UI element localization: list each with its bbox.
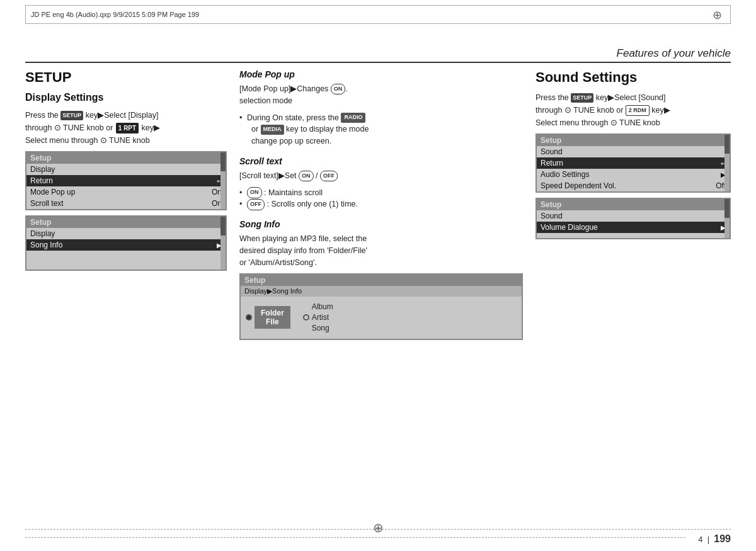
mode-popup-title: Mode Pop up (239, 69, 523, 79)
folder-file-box: FolderFile (255, 306, 290, 329)
sound-return-label: Return (541, 159, 563, 168)
scroll-text-bullets: ON : Maintains scroll OFF : Scrolls only… (239, 187, 523, 211)
scroll-on-bullet: ON : Maintains scroll (239, 187, 523, 199)
page-title: Features of your vehicle (604, 47, 731, 63)
volume-dialogue-label: Volume Dialogue (541, 223, 598, 232)
bottom-crosshair: ⊕ (373, 520, 384, 535)
speed-dep-label: Speed Dependent Vol. (541, 181, 616, 190)
song-info-subheader: Display▶Song Info (241, 286, 522, 297)
sound-screen2-row-volume: Volume Dialogue ▶ (537, 222, 730, 233)
on-badge3: ON (247, 187, 262, 198)
right-column: Sound Settings Press the SETUP key▶Selec… (536, 69, 731, 513)
display-settings-title: Display Settings (25, 92, 227, 103)
on-badge1: ON (331, 84, 346, 95)
sound-screen1-row-sound: Sound (537, 146, 730, 157)
screen1-row-modepopup: Mode Pop up On (26, 186, 226, 198)
off-badge2: OFF (247, 199, 265, 210)
song-info-title: Song Info (239, 219, 523, 229)
sound-screen2-row-sound: Sound (537, 210, 730, 222)
display-screen1: Setup Display Return ↩ Mode Pop up On Sc… (25, 151, 227, 210)
scroll-text-title: Scroll text (239, 156, 523, 166)
sound-screen1-row-speed: Speed Dependent Vol. Off (537, 180, 730, 191)
screen1-return-label: Return (30, 176, 53, 185)
screen2-row-songinfo: Song Info ▶ (26, 239, 226, 251)
screen2-spacer (26, 251, 226, 270)
radio-empty-icon (303, 314, 309, 321)
crosshair-icon (713, 8, 725, 21)
scroll-text-section: Scroll text [Scroll text]▶Set ON / OFF O… (239, 156, 523, 210)
content-area: SETUP Display Settings Press the SETUP k… (25, 69, 731, 513)
sound-scrollbar-thumb1 (724, 135, 730, 154)
sound-screen2: Setup Sound Volume Dialogue ▶ (536, 198, 731, 239)
page-main-num: 199 (714, 533, 731, 544)
sound-scrollbar-thumb2 (724, 199, 730, 218)
song-info-screen-header: Setup (241, 275, 522, 286)
meta-text: JD PE eng 4b (Audio).qxp 9/9/2015 5:09 P… (31, 11, 706, 18)
mode-popup-bullets: During On state, press the RADIO or MEDI… (239, 112, 523, 147)
screen2-header: Setup (26, 217, 226, 228)
screen1-row-display: Display (26, 164, 226, 175)
screen1-display-label: Display (30, 165, 55, 174)
page-section-num: 4 (698, 535, 702, 544)
mode-popup-label: Mode Pop up (30, 188, 75, 196)
media-badge: MEDIA (261, 125, 284, 135)
song-info-body-area: FolderFile AlbumArtistSong (241, 297, 522, 338)
display-settings-body: Press the SETUP key▶Select [Display] thr… (25, 110, 227, 146)
sound-screen2-scrollbar (724, 199, 730, 238)
on-badge2: ON (299, 171, 314, 182)
title-divider (25, 62, 731, 63)
sound-label: Sound (541, 147, 563, 156)
page-section: 4 | 199 (698, 533, 731, 545)
left-column: SETUP Display Settings Press the SETUP k… (25, 69, 227, 513)
scroll-off-bullet: OFF : Scrolls only one (1) time. (239, 198, 523, 210)
setup-badge: SETUP (60, 111, 83, 121)
sound-screen1-header: Setup (537, 135, 730, 146)
mode-popup-bullet1: During On state, press the RADIO or MEDI… (239, 112, 523, 147)
screen2-display-label: Display (30, 229, 55, 238)
screen1-scrollbar (220, 152, 226, 209)
screen2-songinfo-label: Song Info (30, 241, 62, 249)
scroll-text-body: [Scroll text]▶Set ON / OFF (239, 170, 523, 182)
mode-popup-body: [Mode Pop up]▶Changes ON. selection mode (239, 83, 523, 107)
song-info-body: When playing an MP3 file, select the des… (239, 233, 523, 268)
sound-label2: Sound (541, 212, 563, 220)
screen1-header: Setup (26, 152, 226, 164)
scrollbar-thumb2 (220, 217, 226, 236)
folder-file-option: FolderFile (246, 306, 290, 329)
screen1-row-return: Return ↩ (26, 175, 226, 186)
sound-settings-body: Press the SETUP key▶Select [Sound] throu… (536, 92, 731, 128)
sound-screen2-spacer (537, 233, 730, 238)
sound-screen1-row-return: Return ↩ (537, 157, 730, 169)
sound-screen2-header: Setup (537, 199, 730, 210)
scrollbar-thumb (220, 152, 226, 171)
screen2-row-display: Display (26, 228, 226, 239)
sound-settings-title: Sound Settings (536, 69, 731, 86)
album-option: AlbumArtistSong (303, 302, 333, 333)
middle-column: Mode Pop up [Mode Pop up]▶Changes ON. se… (227, 69, 536, 513)
off-badge: OFF (320, 171, 338, 182)
mode-popup-section: Mode Pop up [Mode Pop up]▶Changes ON. se… (239, 69, 523, 147)
sound-screen1: Setup Sound Return ↩ Audio Settings ▶ Sp… (536, 133, 731, 193)
screen1-row-scrolltext: Scroll text On (26, 198, 226, 209)
radio-filled-icon (246, 314, 252, 321)
sound-screen1-row-audio: Audio Settings ▶ (537, 169, 730, 180)
setup-title: SETUP (25, 69, 227, 86)
album-artist-song-text: AlbumArtistSong (312, 302, 333, 333)
key2-badge: 2 RDM (626, 105, 650, 116)
display-screen2: Setup Display Song Info ▶ (25, 215, 227, 271)
screen2-scrollbar (220, 217, 226, 270)
footer-dashes (25, 537, 685, 538)
song-info-screen: Setup Display▶Song Info FolderFile Album… (239, 273, 523, 339)
top-header: JD PE eng 4b (Audio).qxp 9/9/2015 5:09 P… (25, 5, 731, 24)
scroll-text-label: Scroll text (30, 199, 64, 208)
audio-settings-label: Audio Settings (541, 170, 589, 179)
setup-badge2: SETUP (571, 93, 593, 103)
radio-badge: RADIO (341, 113, 365, 123)
key1-badge: 1 RPT (116, 123, 139, 133)
song-info-section: Song Info When playing an MP3 file, sele… (239, 219, 523, 340)
sound-screen1-scrollbar (724, 135, 730, 191)
